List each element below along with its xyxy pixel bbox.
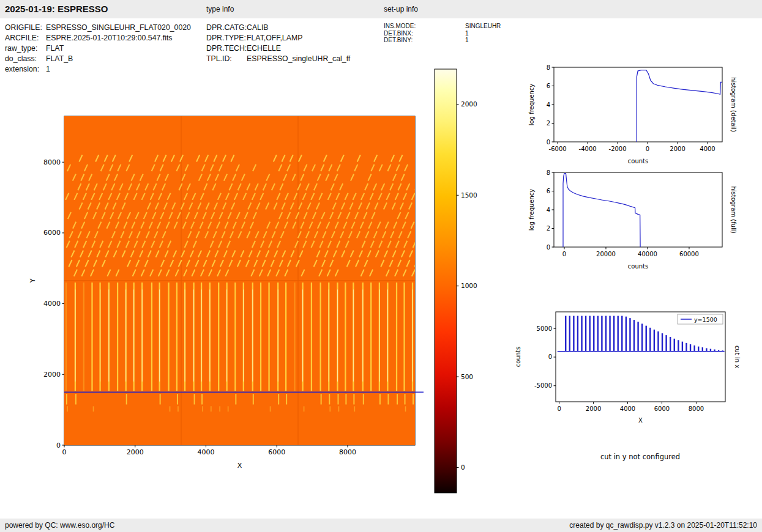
svg-text:log frequency: log frequency [528, 189, 535, 231]
meta-label: DPR.CATG: [206, 23, 247, 33]
svg-text:0: 0 [562, 251, 566, 257]
meta-label: DET.BINX: [384, 30, 465, 37]
meta-value: FLAT,OFF,LAMP [247, 33, 302, 43]
colorbar: 0500100015002000 [428, 64, 490, 501]
meta-value: 1 [465, 30, 469, 37]
meta-value: 1 [465, 37, 469, 44]
meta-value: SINGLEUHR [465, 23, 501, 30]
svg-text:0: 0 [646, 146, 649, 152]
svg-text:histogram (full): histogram (full) [730, 186, 737, 233]
setup-info-heading: set-up info [384, 5, 418, 13]
meta-label: DPR.TECH: [206, 43, 247, 54]
meta-row-origfile: ORIGFILE: ESPRESSO_SINGLEUHR_FLAT020_002… [5, 23, 191, 33]
footer-bar: powered by QC: www.eso.org/HC created by… [0, 519, 762, 532]
meta-value: FLAT_B [46, 54, 73, 64]
meta-row-dprtype: DPR.TYPE: FLAT,OFF,LAMP [206, 33, 350, 43]
meta-value: ESPRESSO_singleUHR_cal_ff [247, 54, 350, 64]
histogram-detail-plot: -6000-4000-200002000400002468countslog f… [525, 58, 762, 177]
page-title: 2025-01-19: ESPRESSO [5, 4, 108, 14]
svg-text:-6000: -6000 [549, 146, 567, 152]
meta-row-extension: extension: 1 [5, 64, 191, 75]
svg-text:4000: 4000 [198, 448, 215, 456]
svg-text:0: 0 [548, 353, 552, 360]
meta-label: TPL.ID: [206, 54, 247, 64]
svg-text:8000: 8000 [43, 158, 61, 166]
meta-value: FLAT [46, 43, 64, 54]
raw-image-heatmap: 0200040006000800002000400060008000XY [24, 110, 441, 480]
svg-text:Y: Y [29, 278, 37, 283]
meta-value: ECHELLE [247, 43, 281, 54]
meta-row-tplid: TPL.ID: ESPRESSO_singleUHR_cal_ff [206, 54, 350, 64]
meta-label: extension: [5, 64, 46, 75]
svg-text:4: 4 [547, 102, 550, 108]
meta-row-arcfile: ARCFILE: ESPRE.2025-01-20T10:29:00.547.f… [5, 33, 191, 43]
svg-text:2000: 2000 [461, 100, 477, 108]
svg-text:6000: 6000 [654, 405, 670, 412]
meta-row-insmode: INS.MODE: SINGLEUHR [384, 23, 501, 30]
svg-text:0: 0 [557, 405, 561, 412]
svg-text:histogram (detail): histogram (detail) [730, 77, 737, 132]
meta-label: DPR.TYPE: [206, 33, 247, 43]
svg-text:0: 0 [461, 464, 465, 471]
svg-text:6000: 6000 [43, 229, 61, 237]
svg-text:6: 6 [547, 188, 550, 194]
meta-label: raw_type: [5, 43, 46, 54]
svg-text:8000: 8000 [689, 405, 704, 412]
footer-right: created by qc_rawdisp.py v1.2.3 on 2025-… [569, 521, 757, 530]
svg-text:8: 8 [547, 64, 550, 71]
meta-row-dprtech: DPR.TECH: ECHELLE [206, 43, 350, 54]
svg-text:counts: counts [515, 347, 521, 367]
svg-text:8: 8 [547, 169, 550, 176]
footer-left: powered by QC: www.eso.org/HC [5, 521, 114, 530]
svg-text:0: 0 [56, 441, 61, 449]
svg-text:2000: 2000 [43, 371, 61, 379]
svg-text:X: X [237, 462, 242, 470]
meta-row-detbiny: DET.BINY: 1 [384, 37, 501, 44]
setup-info-column: INS.MODE: SINGLEUHR DET.BINX: 1 DET.BINY… [384, 23, 501, 44]
svg-text:5000: 5000 [537, 325, 552, 332]
svg-text:log frequency: log frequency [528, 84, 535, 126]
meta-value: ESPRESSO_SINGLEUHR_FLAT020_0020 [46, 23, 191, 33]
meta-label: do_class: [5, 54, 46, 64]
svg-text:60000: 60000 [679, 251, 699, 257]
meta-row-rawtype: raw_type: FLAT [5, 43, 191, 54]
meta-label: DET.BINY: [384, 37, 465, 44]
svg-text:4000: 4000 [43, 300, 61, 308]
svg-text:counts: counts [628, 263, 648, 270]
svg-text:500: 500 [461, 373, 473, 380]
svg-text:2000: 2000 [670, 146, 685, 152]
meta-row-dprcatg: DPR.CATG: CALIB [206, 23, 350, 33]
meta-row-doclass: do_class: FLAT_B [5, 54, 191, 64]
qc-report-page: 2025-01-19: ESPRESSO type info set-up in… [0, 0, 762, 532]
svg-text:4000: 4000 [700, 146, 715, 152]
svg-text:2: 2 [547, 120, 550, 127]
svg-text:-2000: -2000 [609, 146, 627, 152]
svg-text:1000: 1000 [461, 282, 477, 289]
svg-text:1500: 1500 [461, 191, 477, 199]
svg-text:6000: 6000 [268, 448, 285, 456]
type-info-heading: type info [206, 5, 234, 13]
svg-text:6: 6 [547, 83, 550, 89]
svg-text:2000: 2000 [586, 405, 601, 412]
svg-text:2000: 2000 [127, 448, 144, 456]
meta-label: ARCFILE: [5, 33, 46, 43]
svg-text:X: X [638, 417, 643, 424]
svg-text:40000: 40000 [638, 251, 657, 257]
svg-text:4000: 4000 [620, 405, 635, 412]
svg-text:-5000: -5000 [534, 382, 552, 389]
file-info-column: ORIGFILE: ESPRESSO_SINGLEUHR_FLAT020_002… [5, 23, 191, 75]
svg-text:8000: 8000 [339, 448, 356, 456]
meta-value: ESPRE.2025-01-20T10:29:00.547.fits [46, 33, 172, 43]
svg-text:cut in x: cut in x [734, 345, 741, 368]
svg-text:20000: 20000 [596, 251, 616, 257]
svg-text:-4000: -4000 [579, 146, 597, 152]
meta-label: ORIGFILE: [5, 23, 46, 33]
cut-in-x-plot: 02000400060008000-500005000Xcountscut in… [511, 303, 762, 437]
type-info-column: DPR.CATG: CALIB DPR.TYPE: FLAT,OFF,LAMP … [206, 23, 350, 64]
svg-text:0: 0 [547, 139, 550, 146]
meta-value: 1 [46, 64, 50, 75]
meta-label: INS.MODE: [384, 23, 465, 30]
svg-text:2: 2 [547, 225, 550, 232]
svg-text:0: 0 [547, 244, 550, 251]
svg-text:y=1500: y=1500 [694, 316, 717, 323]
